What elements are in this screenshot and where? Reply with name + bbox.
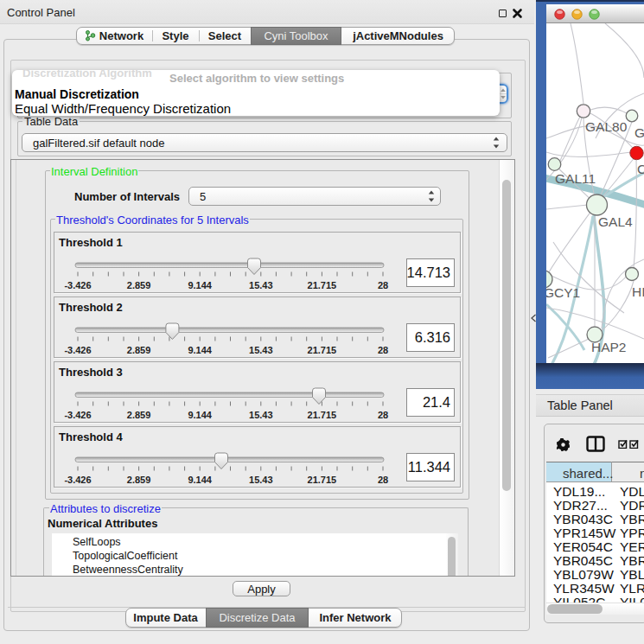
svg-text:GAL80: GAL80 bbox=[585, 119, 628, 134]
svg-text:C: C bbox=[637, 162, 644, 176]
svg-text:GAL11: GAL11 bbox=[555, 171, 596, 186]
svg-text:GCY1: GCY1 bbox=[546, 285, 580, 300]
svg-text:HAP2: HAP2 bbox=[591, 340, 627, 354]
svg-text:HI: HI bbox=[632, 284, 644, 299]
svg-text:GA: GA bbox=[634, 125, 644, 140]
svg-text:GAL4: GAL4 bbox=[598, 214, 633, 229]
